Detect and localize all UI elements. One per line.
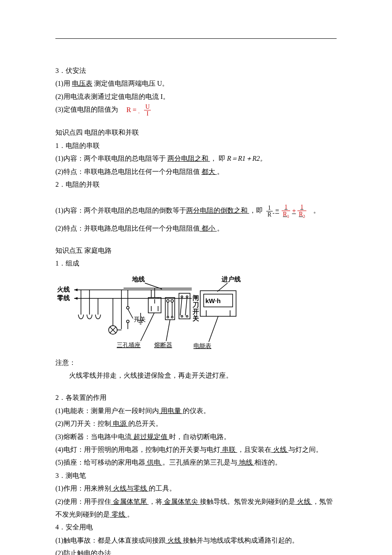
svg-line-49 — [166, 320, 170, 341]
txt: (2)闸刀开关：控制 — [55, 420, 111, 427]
label-live: 火线 — [57, 286, 70, 293]
txt: (1)内容：两个串联电阻的总电阻等于 — [55, 155, 167, 162]
blank-live3: 火线 — [166, 537, 183, 544]
device-4: (4)电灯：用于照明的用电器，控制电灯的开关要与电灯 串联 ，且安装在 火线 与… — [55, 443, 337, 456]
svg-point-11 — [186, 296, 188, 298]
blank-usage: 用电量 — [159, 407, 183, 414]
eq-series: R＝R1＋R2。 — [227, 155, 267, 162]
blank-ground: 地线 — [237, 459, 254, 466]
blank-supply: 供电 — [145, 459, 162, 466]
safety-1: (1)触电事故：都是人体直接或间接跟 火线 接触并与地线或零线构成通路引起的。 — [55, 534, 337, 547]
svg-line-50 — [209, 316, 218, 342]
knife4: 关 — [192, 315, 199, 322]
den: R — [266, 211, 273, 218]
r: R — [283, 211, 287, 217]
txt: (5)插座：给可移动的家用电器 — [55, 459, 145, 466]
svg-point-18 — [171, 300, 173, 302]
txt: 测定值电阻两端电压 U。 — [92, 80, 169, 87]
r: R — [299, 211, 303, 217]
txt: 。 — [217, 225, 224, 232]
txt: 接触并与地线或零线构成通路引起的。 — [183, 537, 299, 544]
note-head: 注意： — [55, 356, 337, 369]
frac-r1: 1 R1 — [282, 204, 290, 218]
svg-line-32 — [128, 309, 133, 318]
num: 1 — [282, 204, 290, 211]
label-kwh: kW·h — [205, 297, 221, 304]
num: 1 — [297, 204, 306, 211]
formula-parallel: 1 R = 1 R1 + 1 R2 — [265, 204, 308, 218]
safety-2: (2)防止触电的办法 — [55, 547, 337, 555]
label-neutral: 零线 — [57, 294, 70, 301]
txt: (2)特点：并联电路总电阻比任何一个分电阻阻值 — [55, 225, 200, 232]
label-switch: 开关 — [134, 316, 146, 323]
k5-s4: 4．安全用电 — [55, 521, 337, 534]
den: I — [144, 110, 151, 117]
dot: 。 — [138, 107, 142, 116]
txt: 的总开关。 — [128, 420, 162, 427]
k4-s2l1: (1)内容：两个并联电阻的总电阻的倒数等于两分电阻的倒数之和 ，即 1 R = … — [55, 204, 337, 218]
txt: (1)电能表：测量用户在一段时间内 — [55, 407, 159, 414]
svg-point-22 — [171, 316, 173, 318]
txt: 。 — [313, 207, 320, 214]
blank-series2: 串联 — [220, 446, 237, 453]
svg-point-14 — [181, 315, 183, 317]
svg-point-21 — [167, 316, 169, 318]
num: U — [144, 104, 151, 110]
s3-line1: (1)用 电压表 测定值电阻两端电压 U。 — [55, 77, 337, 90]
k4-s1l2: (2)特点：串联电路总电阻比任何一个分电阻阻值 都大 。 — [55, 165, 337, 178]
txt: 的工具。 — [149, 485, 176, 492]
k4-s1: 1．电阻的串联 — [55, 139, 337, 152]
knife3: 开 — [192, 308, 199, 315]
blank-series-larger: 都大 — [202, 168, 217, 175]
k5-s3: 3．测电笔 — [55, 469, 337, 482]
txt: ，将 — [149, 498, 162, 505]
txt: (1)作用：用来辨别 — [55, 485, 111, 492]
k4-s2l2: (2)特点：并联电路总电阻比任何一个分电阻阻值 都小 。 — [55, 222, 337, 235]
device-3: (3)熔断器：当电路中电流 超过规定值 时，自动切断电路。 — [55, 431, 337, 443]
blank-neutral2: 零线 — [110, 511, 127, 518]
txt: 接触导线。氖管发光则碰到的是 — [200, 498, 295, 505]
knife2: 刀 — [192, 301, 199, 308]
label-socket3: 三孔插座 — [117, 342, 141, 348]
k4-head: 知识点四 电阻的串联和并联 — [55, 126, 337, 139]
s3-line3: (3)定值电阻的阻值为 R =。 U I — [55, 103, 337, 117]
top-rule — [55, 38, 337, 39]
note-body: 火线零线并排走，火线接进保险盒，再走开关进灯座。 — [55, 369, 337, 382]
label-meter: 电能表 — [193, 343, 211, 349]
blank-pen-tip: 金属体笔尖 — [162, 498, 200, 505]
txt: 。 — [127, 511, 134, 518]
blank-voltmeter: 电压表 — [72, 80, 92, 87]
sub: 2 — [303, 214, 305, 219]
svg-line-13 — [185, 298, 187, 315]
txt: 的仪表。 — [183, 407, 210, 414]
txt: (2)使用：用手捏住 — [55, 498, 111, 505]
blank-live2: 火线 — [295, 498, 312, 505]
num: 1 — [266, 205, 273, 211]
svg-point-10 — [181, 296, 183, 298]
txt: 时，自动切断电路。 — [169, 433, 231, 440]
lhs: R = — [127, 104, 137, 116]
plus: + — [292, 205, 296, 217]
device-1: (1)电能表：测量用户在一段时间内 用电量 的仪表。 — [55, 405, 337, 417]
section-3-title: 3．伏安法 — [55, 64, 337, 77]
k5-s1: 1．组成 — [55, 257, 337, 270]
den: R2 — [297, 211, 306, 219]
blank-series-sum: 两分电阻之和 — [167, 155, 210, 162]
blank-exceed: 超过规定值 — [132, 433, 169, 440]
knife1: 闸 — [193, 294, 199, 301]
tester-1: (1)作用：用来辨别 火线与零线 的工具。 — [55, 482, 337, 495]
txt: 相连的。 — [254, 459, 282, 466]
txt: (3)熔断器：当电路中电流 — [55, 433, 132, 440]
label-ground: 地线 — [132, 275, 145, 283]
frac-r2: 1 R2 — [297, 204, 306, 218]
svg-point-17 — [167, 300, 169, 302]
txt: ，且安装在 — [237, 446, 271, 453]
svg-point-33 — [127, 320, 129, 323]
txt: (3)定值电阻的阻值为 — [55, 106, 118, 113]
eq: = — [274, 207, 280, 214]
k4-s1l1: (1)内容：两个串联电阻的总电阻等于 两分电阻之和 ， 即 R＝R1＋R2。 — [55, 152, 337, 165]
svg-line-4 — [217, 283, 228, 292]
blank-livewire: 火线 — [271, 446, 288, 453]
device-5: (5)插座：给可移动的家用电器 供电 。三孔插座的第三孔是与 地线 相连的。 — [55, 456, 337, 469]
txt: (1)用 — [55, 80, 72, 87]
